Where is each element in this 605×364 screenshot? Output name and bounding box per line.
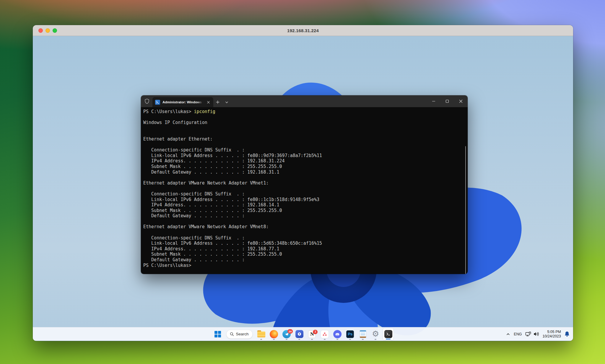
terminal-output-line	[143, 219, 468, 224]
1password-icon	[295, 330, 303, 338]
tray-time: 5:05 PM	[547, 330, 561, 334]
taskbar-photoshop[interactable]: Ps	[344, 328, 356, 340]
remote-windows-desktop: Administrator: Windows Pow	[33, 36, 573, 341]
taskbar-firefox[interactable]	[268, 328, 279, 340]
terminal-output-line	[143, 131, 468, 136]
terminal-output-line: Windows IP Configuration	[143, 120, 468, 125]
minimize-icon	[432, 99, 435, 103]
taskbar-telegram[interactable]: 24	[281, 328, 292, 340]
taskbar-asana[interactable]	[319, 328, 330, 340]
search-label: Search	[236, 332, 249, 336]
terminal-output-line: Connection-specific DNS Suffix . :	[143, 191, 468, 197]
running-indicator	[311, 339, 313, 340]
terminal-output-line: Subnet Mask . . . . . . . . . . . : 255.…	[143, 164, 468, 169]
speaker-icon	[534, 332, 539, 336]
running-indicator	[362, 339, 364, 340]
running-indicator	[286, 339, 287, 340]
active-running-indicator	[386, 339, 391, 339]
admin-shield-icon	[144, 98, 150, 104]
taskbar-file-explorer[interactable]	[256, 328, 267, 340]
terminal-command: ipconfig	[194, 109, 215, 114]
discord-icon	[333, 330, 341, 338]
terminal-output-lines: Windows IP ConfigurationEthernet adapter…	[143, 115, 468, 268]
terminal-output-line: Link-local IPv6 Address . . . . . : fe80…	[143, 197, 468, 203]
terminal-output-line: PS C:\Users\lukas>	[143, 263, 468, 268]
system-tray: ENG 5:05 PM	[506, 327, 570, 341]
tray-overflow-button[interactable]	[506, 332, 510, 336]
terminal-output-line: Link-local IPv6 Address . . . . . : fe80…	[143, 153, 468, 159]
taskbar-notepad[interactable]	[357, 328, 368, 340]
terminal-output-line	[143, 175, 468, 180]
taskbar-discord[interactable]	[332, 328, 343, 340]
terminal-output-line: Default Gateway . . . . . . . . . : 192.…	[143, 169, 468, 175]
terminal-command-line: PS C:\Users\lukas> ipconfig	[143, 109, 468, 115]
macos-desktop: 192.168.31.224	[0, 0, 605, 364]
chevron-up-icon	[506, 332, 510, 336]
terminal-output-line: Connection-specific DNS Suffix . :	[143, 147, 468, 153]
tab-dropdown-button[interactable]	[222, 97, 231, 107]
terminal-minimize-button[interactable]	[427, 95, 440, 107]
maximize-icon	[445, 99, 449, 103]
search-button[interactable]: Search	[226, 330, 253, 339]
terminal-output-line: Subnet Mask . . . . . . . . . . . : 255.…	[143, 252, 468, 257]
terminal-output-line: Ethernet adapter VMware Network Adapter …	[143, 180, 468, 186]
tray-system-button[interactable]	[525, 332, 539, 337]
clock[interactable]: 5:05 PM 10/24/2023	[542, 330, 561, 339]
terminal-tab-powershell[interactable]: Administrator: Windows Pow	[152, 97, 213, 107]
taskbar-settings[interactable]: ⚙	[370, 328, 381, 340]
terminal-output-line: Link-local IPv6 Address . . . . . : fe80…	[143, 241, 468, 246]
minimize-window-button[interactable]	[45, 28, 50, 33]
close-window-button[interactable]	[38, 28, 43, 33]
running-indicator	[349, 339, 351, 340]
running-indicator	[375, 339, 376, 340]
taskbar-windows-terminal[interactable]	[383, 328, 394, 340]
terminal-tab-title: Administrator: Windows Pow	[162, 100, 203, 104]
chevron-down-icon	[225, 101, 228, 104]
terminal-prompt: PS C:\Users\lukas>	[143, 109, 194, 114]
terminal-output-line: IPv4 Address. . . . . . . . . . . : 192.…	[143, 246, 468, 252]
firefox-icon	[270, 330, 278, 338]
close-icon	[459, 99, 463, 103]
language-button[interactable]: ENG	[514, 332, 522, 336]
windows-terminal-icon	[384, 330, 392, 338]
close-icon	[207, 101, 210, 104]
notification-bell-button[interactable]	[565, 331, 570, 337]
notion-badge: 3	[313, 330, 318, 334]
windows-taskbar: Search	[33, 327, 573, 341]
powershell-icon	[155, 100, 160, 105]
terminal-output-line	[143, 142, 468, 148]
terminal-scrollbar[interactable]	[465, 146, 466, 274]
plus-icon	[216, 100, 219, 104]
traffic-lights	[38, 25, 57, 36]
terminal-output-line: IPv4 Address. . . . . . . . . . . : 192.…	[143, 158, 468, 164]
running-indicator	[336, 339, 338, 340]
terminal-close-button[interactable]	[454, 95, 468, 107]
terminal-output-line: Connection-specific DNS Suffix . :	[143, 235, 468, 241]
asana-icon	[321, 330, 328, 338]
macos-remote-window: 192.168.31.224	[33, 25, 573, 341]
macos-title-bar[interactable]: 192.168.31.224	[33, 25, 573, 36]
terminal-output-line: Subnet Mask . . . . . . . . . . . : 255.…	[143, 208, 468, 213]
terminal-content[interactable]: PS C:\Users\lukas> ipconfig Windows IP C…	[141, 107, 468, 274]
terminal-maximize-button[interactable]	[440, 95, 454, 107]
terminal-output-line	[143, 230, 468, 235]
zoom-window-button[interactable]	[53, 28, 57, 33]
running-indicator	[273, 339, 275, 340]
tab-close-button[interactable]	[206, 99, 211, 105]
taskbar-1password[interactable]	[294, 328, 305, 340]
telegram-badge: 24	[287, 329, 293, 334]
terminal-output-line: Ethernet adapter Ethernet:	[143, 136, 468, 142]
telegram-icon: 24	[282, 330, 291, 338]
window-title: 192.168.31.224	[287, 28, 319, 33]
taskbar-notion[interactable]: N 3	[306, 328, 318, 340]
network-monitor-icon	[525, 332, 531, 337]
terminal-output-line	[143, 115, 468, 120]
notepad-icon	[360, 330, 366, 338]
start-button[interactable]	[212, 328, 223, 340]
notion-icon: N 3	[308, 330, 316, 338]
bell-icon	[565, 331, 570, 337]
new-tab-button[interactable]	[213, 97, 222, 107]
terminal-output-line: IPv4 Address. . . . . . . . . . . : 192.…	[143, 202, 468, 208]
file-explorer-icon	[257, 332, 265, 337]
terminal-output-line: Default Gateway . . . . . . . . . :	[143, 257, 468, 263]
